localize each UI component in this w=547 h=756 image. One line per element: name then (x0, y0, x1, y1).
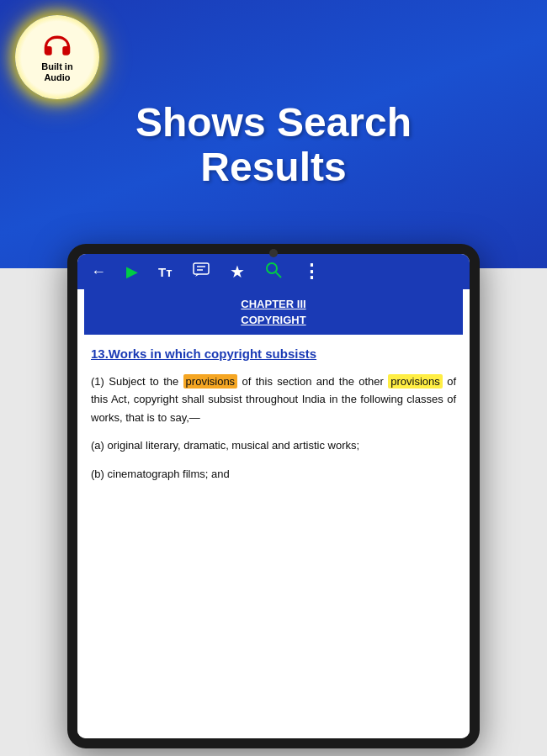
tablet-container: ← ▶ Tт ★ ⋮ (67, 244, 480, 748)
article-content: 13.Works in which copyright subsists (1)… (77, 335, 470, 503)
header-title-line2: Results (200, 145, 346, 189)
comment-icon (193, 262, 210, 278)
more-button[interactable]: ⋮ (302, 261, 321, 283)
header-title-area: Shows Search Results (0, 101, 547, 190)
search-button[interactable] (265, 262, 282, 283)
svg-line-4 (276, 272, 281, 278)
header-title: Shows Search Results (0, 101, 547, 190)
highlight-provisions-1: provisions (183, 374, 238, 389)
article-paragraph2: (a) original literary, dramatic, musical… (91, 436, 456, 454)
svg-point-3 (267, 263, 277, 273)
chapter-header: CHAPTER III COPYRIGHT (84, 289, 463, 335)
svg-rect-0 (194, 263, 209, 274)
highlight-provisions-2: provisions (388, 374, 443, 389)
search-icon (265, 262, 282, 278)
play-button[interactable]: ▶ (126, 262, 138, 281)
article-paragraph1: (1) Subject to the provisions of this se… (91, 373, 456, 426)
back-button[interactable]: ← (91, 263, 106, 281)
comment-button[interactable] (193, 262, 210, 282)
tablet-camera (269, 249, 278, 257)
article-paragraph3: (b) cinematograph films; and (91, 465, 456, 483)
header-title-line1: Shows Search (135, 100, 412, 145)
text-size-button[interactable]: Tт (158, 265, 173, 279)
headphone-icon (42, 31, 72, 61)
chapter-title: COPYRIGHT (98, 314, 449, 326)
badge-text-line1: Built in (41, 61, 72, 72)
star-button[interactable]: ★ (230, 262, 245, 282)
badge-text-line2: Audio (44, 72, 70, 83)
audio-badge: Built in Audio (15, 15, 99, 99)
article-title: 13.Works in which copyright subsists (91, 345, 456, 362)
tablet-screen: ← ▶ Tт ★ ⋮ (77, 254, 470, 738)
chapter-number: CHAPTER III (98, 298, 449, 310)
content-area[interactable]: CHAPTER III COPYRIGHT 13.Works in which … (77, 289, 470, 738)
toolbar: ← ▶ Tт ★ ⋮ (77, 254, 470, 289)
tablet-frame: ← ▶ Tт ★ ⋮ (67, 244, 480, 748)
